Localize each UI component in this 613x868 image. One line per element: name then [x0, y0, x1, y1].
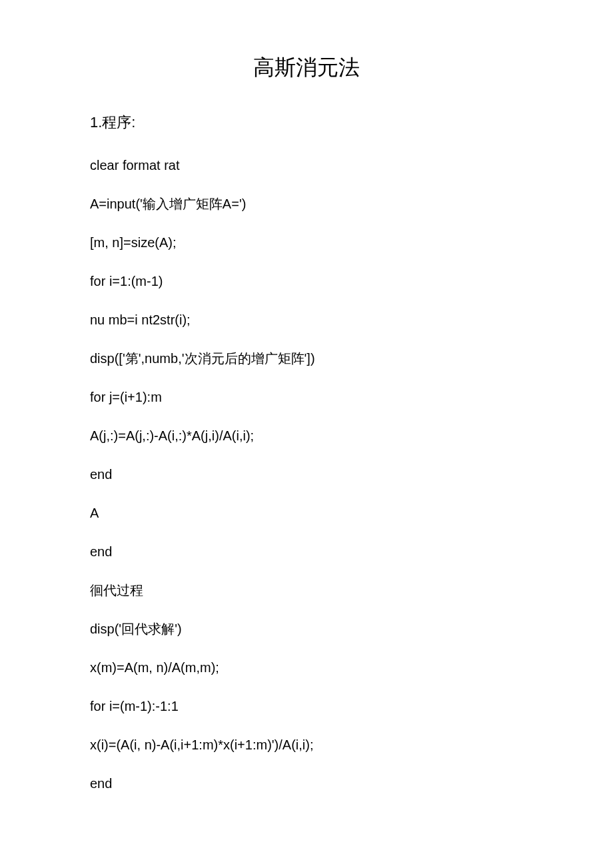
- code-line: for i=1:(m-1): [90, 272, 523, 290]
- code-line: A=input('输入增广矩阵A='): [90, 195, 523, 213]
- code-line: nu mb=i nt2str(i);: [90, 310, 523, 329]
- code-line: end: [90, 774, 523, 793]
- code-line: end: [90, 542, 523, 561]
- code-line: for i=(m-1):-1:1: [90, 697, 523, 715]
- code-line: for j=(i+1):m: [90, 388, 523, 406]
- code-line: [m, n]=size(A);: [90, 233, 523, 252]
- code-line: disp(['第',numb,'次消元后的增广矩阵']): [90, 349, 523, 368]
- section-header: 1.程序:: [90, 113, 523, 133]
- code-line: disp('回代求解'): [90, 620, 523, 638]
- document-title: 高斯消元法: [90, 53, 523, 83]
- code-line: A(j,:)=A(j,:)-A(i,:)*A(j,i)/A(i,i);: [90, 426, 523, 445]
- code-line: clear format rat: [90, 156, 523, 175]
- code-line: A: [90, 504, 523, 522]
- code-line: end: [90, 465, 523, 484]
- code-line: x(m)=A(m, n)/A(m,m);: [90, 658, 523, 677]
- code-line: 徊代过程: [90, 581, 523, 600]
- code-line: x(i)=(A(i, n)-A(i,i+1:m)*x(i+1:m)')/A(i,…: [90, 735, 523, 754]
